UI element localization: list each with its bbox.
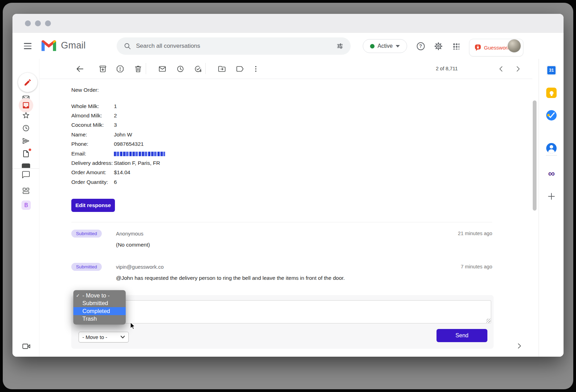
- archive-button[interactable]: [98, 64, 108, 74]
- menu-item-completed[interactable]: Completed: [73, 307, 126, 315]
- menu-item-label: Completed: [82, 308, 110, 314]
- help-button[interactable]: ?: [415, 41, 426, 51]
- sidebar-item-snoozed[interactable]: [22, 124, 30, 132]
- menu-item-submitted[interactable]: Submitted: [73, 300, 126, 308]
- google-apps-button[interactable]: [451, 41, 461, 51]
- field-value: 3: [114, 122, 117, 128]
- scrollbar-thumb[interactable]: [533, 100, 537, 211]
- edit-response-button[interactable]: Edit response: [71, 199, 115, 212]
- section-divider: [71, 222, 492, 222]
- more-options-button[interactable]: [251, 64, 261, 74]
- status-badge: Submitted: [71, 263, 102, 271]
- comment-input[interactable]: [77, 300, 491, 323]
- tasks-accent-dot: [547, 114, 550, 116]
- table-row: Email:: [71, 149, 532, 158]
- window-close-button[interactable]: [25, 20, 31, 26]
- table-row: Delivery address:Station F, Paris, FR: [71, 158, 532, 168]
- expand-chevron-button[interactable]: [515, 342, 523, 350]
- label-icon: [236, 65, 244, 73]
- meet-camera-icon[interactable]: [22, 342, 31, 351]
- back-button[interactable]: [75, 64, 85, 74]
- avatar[interactable]: [507, 39, 521, 53]
- back-arrow-icon: [75, 64, 84, 73]
- field-value: 6: [114, 179, 117, 185]
- delete-button[interactable]: [133, 64, 143, 74]
- toolbar-separator: [146, 63, 146, 74]
- settings-button[interactable]: [433, 41, 443, 51]
- inbox-icon: [22, 101, 30, 109]
- mark-unread-button[interactable]: [158, 64, 167, 74]
- window-zoom-button[interactable]: [45, 20, 51, 26]
- comment-item: Submitted vipin@guesswork.co 7 minutes a…: [71, 263, 532, 281]
- lightbulb-icon: [550, 91, 554, 95]
- chevron-right-icon: [515, 342, 523, 350]
- left-sidebar: B: [12, 59, 39, 357]
- vertical-scrollbar[interactable]: [532, 59, 537, 357]
- menu-icon[interactable]: [22, 41, 33, 52]
- gear-icon: [434, 42, 443, 51]
- envelope-icon: [158, 65, 166, 73]
- snooze-button[interactable]: [176, 64, 185, 74]
- menu-item-trash[interactable]: Trash: [73, 315, 126, 323]
- browser-window: Gmail Search all conversations Active ?: [12, 14, 564, 357]
- table-row: Order Amount:$14.04: [71, 168, 532, 177]
- sidebar-item-spaces[interactable]: [22, 187, 30, 195]
- app-name: Gmail: [61, 40, 86, 51]
- search-bar[interactable]: Search all conversations: [117, 37, 351, 55]
- send-button[interactable]: Send: [436, 329, 487, 342]
- newer-message-button[interactable]: [497, 64, 506, 73]
- sidebar-item-chat[interactable]: [22, 171, 30, 179]
- calendar-day: 31: [547, 66, 556, 74]
- folder-move-icon: [218, 65, 226, 73]
- keep-app-icon[interactable]: [546, 88, 557, 98]
- sidebar-item-hidden[interactable]: [22, 163, 30, 168]
- table-row: Almond Milk:2: [71, 111, 532, 120]
- field-label: Order Quantity:: [71, 179, 114, 185]
- reply-form: - Move to - Send: [71, 295, 494, 349]
- chevron-down-icon: [120, 336, 125, 339]
- status-dropdown[interactable]: Active: [363, 39, 407, 53]
- sidebar-item-drafts[interactable]: [22, 150, 30, 158]
- archive-icon: [99, 65, 107, 73]
- compose-button[interactable]: [18, 73, 37, 92]
- sidebar-item-starred[interactable]: [22, 111, 30, 119]
- move-to-dropdown-menu: ✓ - Move to - Submitted Completed Trash: [73, 290, 126, 324]
- add-to-tasks-button[interactable]: [193, 64, 203, 74]
- check-icon: ✓: [73, 293, 82, 298]
- search-filter-icon[interactable]: [336, 42, 344, 50]
- report-spam-button[interactable]: [115, 64, 125, 74]
- menu-item-label: Trash: [82, 315, 97, 322]
- sidebar-item-label-b[interactable]: B: [21, 201, 31, 210]
- send-icon: [22, 137, 30, 145]
- sidebar-item-sent[interactable]: [22, 137, 30, 145]
- order-fields: Whole Milk:1 Almond Milk:2 Coconut Milk:…: [71, 101, 532, 187]
- field-value: 2: [114, 113, 117, 119]
- tasks-app-icon[interactable]: [546, 110, 557, 121]
- older-message-button[interactable]: [513, 64, 522, 73]
- label-button[interactable]: [235, 64, 245, 74]
- menu-item-move-to[interactable]: ✓ - Move to -: [73, 292, 126, 300]
- trash-icon: [134, 65, 142, 73]
- field-label: Almond Milk:: [71, 113, 114, 119]
- search-icon[interactable]: [124, 42, 131, 50]
- get-addons-button[interactable]: [547, 192, 556, 201]
- chevron-right-icon: [514, 65, 521, 72]
- window-minimize-button[interactable]: [35, 20, 41, 26]
- toolbar-separator: [205, 63, 206, 74]
- calendar-app-icon[interactable]: 31: [546, 65, 557, 75]
- addon-infinity-icon[interactable]: ∞: [545, 169, 558, 178]
- chat-icon: [22, 171, 30, 179]
- move-to-button[interactable]: [217, 64, 227, 74]
- comment-text: (No comment): [116, 242, 532, 248]
- sidebar-item-inbox[interactable]: [19, 98, 33, 113]
- move-to-select[interactable]: - Move to -: [79, 332, 129, 342]
- window-titlebar: [12, 14, 564, 33]
- search-input[interactable]: Search all conversations: [136, 43, 336, 50]
- field-label: Email:: [71, 151, 114, 157]
- field-value: Station F, Paris, FR: [114, 160, 160, 166]
- contacts-app-icon[interactable]: [546, 143, 557, 153]
- menu-item-label: - Move to -: [82, 292, 110, 299]
- order-intro: New Order:: [71, 87, 532, 93]
- chevron-left-icon: [498, 65, 505, 72]
- message-toolbar: 2 of 8,711: [40, 59, 532, 79]
